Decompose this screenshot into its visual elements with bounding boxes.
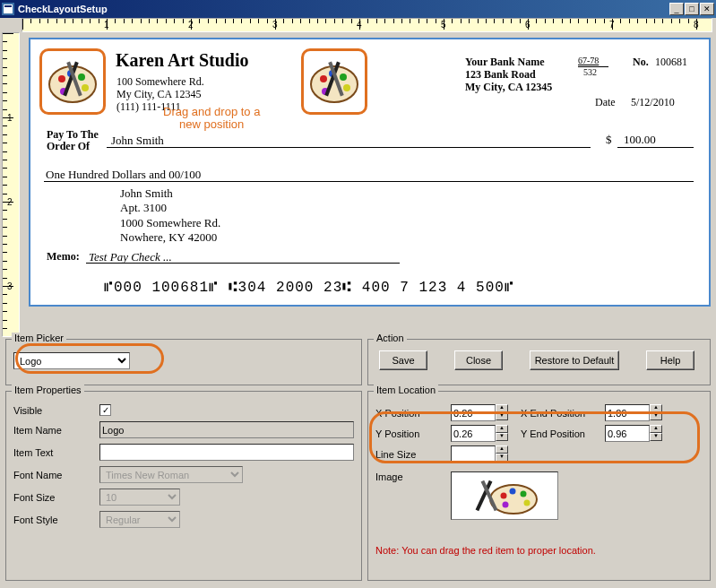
y-up-button[interactable]: ▲	[496, 425, 508, 433]
minimize-button[interactable]: _	[669, 3, 684, 15]
micr-line: ⑈000 100681⑈ ⑆304 2000 23⑆ 400 7 123 4 5…	[104, 280, 514, 296]
company-addr2: My City, CA 12345	[116, 88, 202, 101]
horizontal-ruler: 12345678	[22, 18, 712, 32]
maximize-button[interactable]: □	[685, 3, 699, 15]
svg-point-15	[343, 84, 350, 91]
x-position-input[interactable]	[451, 404, 496, 421]
amount-words: One Hundred Dollars and 00/100	[46, 168, 201, 182]
check-no-value: 100681	[655, 56, 687, 69]
visible-checkbox[interactable]: ✓	[99, 404, 111, 416]
x-end-input[interactable]	[605, 404, 650, 421]
image-preview[interactable]	[451, 471, 558, 520]
visible-label: Visible	[13, 405, 99, 416]
item-name-label: Item Name	[13, 425, 99, 436]
x-up-button[interactable]: ▲	[496, 404, 508, 412]
date-value: 5/12/2010	[631, 96, 675, 109]
logo-original[interactable]	[39, 48, 106, 115]
item-picker-legend: Item Picker	[12, 333, 66, 343]
payee-address: John Smith Apt. 3100 1000 Somewhere Rd. …	[120, 186, 220, 245]
yend-up-button[interactable]: ▲	[650, 425, 662, 433]
company-name: Karen Art Studio	[116, 50, 249, 71]
restore-default-button[interactable]: Restore to Default	[530, 350, 619, 370]
item-text-label: Item Text	[13, 447, 99, 458]
app-icon	[2, 3, 14, 15]
xend-up-button[interactable]: ▲	[650, 404, 662, 412]
vertical-ruler: 123	[2, 32, 20, 337]
y-position-label: Y Position	[375, 428, 447, 439]
memo-label: Memo:	[47, 250, 80, 264]
pay-to-label: Pay To TheOrder Of	[47, 129, 99, 152]
y-down-button[interactable]: ▼	[496, 433, 508, 441]
bank-addr2: My City, CA 12345	[465, 81, 552, 94]
item-location-legend: Item Location	[374, 385, 438, 395]
item-text-input[interactable]	[99, 444, 354, 461]
font-name-combo[interactable]: Times New Roman	[99, 466, 243, 483]
item-picker-fieldset: Item Picker Logo	[5, 339, 362, 385]
drag-note: Note: You can drag the red item to prope…	[375, 545, 703, 556]
svg-point-21	[510, 489, 516, 495]
x-down-button[interactable]: ▼	[496, 412, 508, 420]
words-line	[44, 181, 694, 182]
bank-addr1: 123 Bank Road	[465, 68, 536, 82]
line-size-input[interactable]	[451, 445, 496, 463]
svg-point-7	[82, 84, 89, 91]
drag-hint-text: Drag and drop to anew position	[163, 106, 260, 132]
help-button[interactable]: Help	[646, 350, 694, 370]
svg-point-14	[340, 74, 347, 81]
font-size-label: Font Size	[13, 492, 99, 503]
linesize-up-button[interactable]: ▲	[496, 445, 508, 454]
x-position-label: X Position	[375, 408, 447, 419]
item-location-fieldset: Item Location X Position ▲▼ X End Positi…	[367, 391, 711, 581]
close-dialog-button[interactable]: Close	[454, 350, 503, 370]
xend-down-button[interactable]: ▼	[650, 412, 662, 420]
font-size-combo[interactable]: 10	[99, 489, 180, 506]
routing-top: 67-78	[578, 56, 599, 65]
check-preview: Karen Art Studio 100 Somewhere Rd. My Ci…	[29, 38, 711, 307]
logo-dragged[interactable]	[301, 48, 367, 115]
bank-name: Your Bank Name	[465, 56, 544, 69]
x-end-label: X End Position	[521, 408, 601, 419]
palette-icon	[464, 476, 545, 515]
yend-down-button[interactable]: ▼	[650, 433, 662, 441]
palette-icon	[307, 57, 361, 107]
item-name-input[interactable]	[99, 421, 354, 438]
font-style-combo[interactable]: Regular	[99, 511, 180, 528]
close-button[interactable]: ✕	[700, 3, 714, 15]
payto-line	[107, 147, 591, 148]
svg-point-22	[521, 491, 527, 497]
font-style-label: Font Style	[13, 514, 99, 525]
company-addr1: 100 Somewhere Rd.	[116, 75, 204, 89]
titlebar: CheckLayoutSetup _ □ ✕	[0, 0, 716, 18]
font-name-label: Font Name	[13, 470, 99, 480]
check-no-label: No.	[633, 56, 649, 69]
item-picker-combo[interactable]: Logo	[13, 352, 130, 369]
svg-point-24	[503, 502, 509, 508]
item-properties-legend: Item Properties	[12, 385, 84, 395]
palette-icon	[46, 57, 99, 107]
save-button[interactable]: Save	[379, 350, 427, 370]
window-title: CheckLayoutSetup	[18, 4, 669, 14]
svg-point-4	[58, 75, 65, 82]
date-label: Date	[595, 96, 616, 109]
routing-bottom: 532	[583, 67, 597, 77]
payee-name: John Smith	[111, 134, 164, 148]
dollar-sign: $	[606, 133, 612, 147]
action-legend: Action	[374, 333, 407, 343]
y-end-input[interactable]	[605, 425, 650, 442]
linesize-down-button[interactable]: ▼	[496, 454, 508, 462]
item-properties-fieldset: Item Properties Visible ✓ Item Name Item…	[5, 391, 362, 581]
memo-line	[86, 263, 400, 264]
amount-numeric: 100.00	[624, 133, 656, 147]
svg-point-12	[320, 75, 327, 82]
line-size-label: Line Size	[375, 449, 447, 460]
amount-line	[617, 147, 694, 148]
y-end-label: Y End Position	[521, 428, 601, 439]
y-position-input[interactable]	[451, 425, 496, 442]
svg-point-23	[524, 500, 531, 506]
svg-point-20	[501, 493, 507, 499]
svg-point-6	[78, 74, 85, 81]
image-label: Image	[375, 471, 447, 482]
action-fieldset: Action Save Close Restore to Default Hel…	[367, 339, 711, 385]
svg-rect-2	[4, 5, 12, 7]
